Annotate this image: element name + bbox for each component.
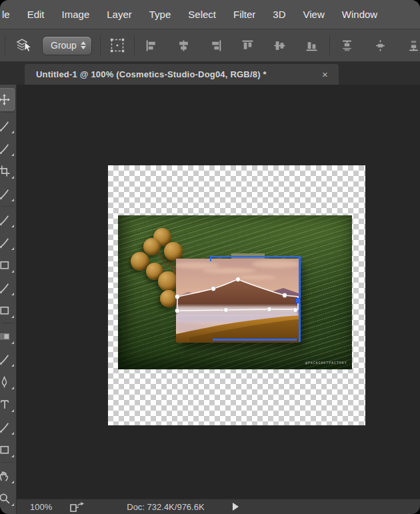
document-canvas-transparency[interactable]: @PACKSHOTFACTORY [108, 165, 365, 425]
tool-flyout-icon [11, 315, 14, 318]
zoom-tool[interactable] [0, 487, 16, 509]
berry [143, 238, 161, 255]
transform-handle[interactable] [295, 298, 301, 303]
distribute-icon-group [341, 39, 420, 52]
banana-leaf-photo-layer[interactable]: @PACKSHOTFACTORY [118, 215, 352, 369]
distribute-top-edges-icon[interactable] [341, 39, 353, 52]
layer-bounds-corner [210, 256, 211, 261]
pen-tool[interactable] [0, 370, 16, 393]
hand-tool[interactable] [0, 464, 16, 487]
landscape-photo-layer[interactable] [176, 259, 299, 343]
align-bottom-edges-icon[interactable] [305, 39, 318, 52]
lasso-tool[interactable] [0, 114, 16, 137]
canvas-area[interactable]: @PACKSHOTFACTORY [17, 85, 420, 499]
tool-flyout-icon [11, 153, 14, 156]
menu-layer[interactable]: Layer [107, 9, 132, 20]
menu-filter[interactable]: Filter [233, 9, 255, 20]
document-tab[interactable]: Untitled-1 @ 100% (Cosmetics-Studio-Dog0… [25, 64, 339, 85]
close-icon[interactable]: × [321, 69, 329, 80]
crop-tool[interactable] [0, 159, 16, 182]
tool-flyout-icon [11, 503, 14, 506]
eraser-tool[interactable] [0, 299, 16, 321]
blur-tool[interactable] [0, 347, 16, 370]
eyedropper-tool[interactable] [0, 182, 16, 205]
auto-select-mode-dropdown[interactable]: Group [42, 36, 92, 55]
menu-select[interactable]: Select [188, 9, 216, 20]
auto-select-mode-value: Group [51, 40, 77, 51]
auto-select-layers-icon[interactable] [15, 37, 33, 54]
berry [164, 242, 183, 261]
clone-stamp-tool[interactable] [0, 253, 16, 276]
status-bar: 100% Doc: 732.4K/976.6K [17, 499, 420, 514]
menu-bar: leEditImageLayerTypeSelectFilter3DViewWi… [0, 0, 420, 29]
tools-panel [0, 85, 17, 514]
move-tool[interactable] [0, 88, 15, 111]
menu-window[interactable]: Window [342, 9, 377, 20]
divider [134, 35, 135, 55]
divider [329, 35, 330, 55]
status-flyout-arrow-icon[interactable] [233, 503, 239, 511]
align-vertical-centers-icon[interactable] [273, 39, 286, 52]
tool-flyout-icon [11, 432, 14, 435]
align-icon-group [145, 39, 318, 52]
type-tool[interactable] [0, 393, 16, 415]
warp-path-overlay [176, 259, 299, 343]
gradient-tool[interactable] [0, 325, 16, 347]
menu-type[interactable]: Type [149, 9, 171, 20]
watermark-text: @PACKSHOTFACTORY [305, 361, 347, 365]
document-tab-title: Untitled-1 @ 100% (Cosmetics-Studio-Dog0… [36, 69, 321, 79]
document-tab-bar: Untitled-1 @ 100% (Cosmetics-Studio-Dog0… [0, 62, 420, 85]
quick-selection-tool[interactable] [0, 137, 16, 159]
berry [158, 271, 178, 291]
dropdown-spinner-icon [81, 41, 86, 49]
berry [160, 290, 177, 307]
tool-flyout-icon [11, 176, 14, 179]
history-brush-tool[interactable] [0, 276, 16, 299]
document-size-info[interactable]: Doc: 732.4K/976.6K [127, 502, 204, 512]
layer-bounds-bottom [213, 339, 297, 341]
menu-image[interactable]: Image [62, 9, 90, 20]
warp-anchor-points[interactable] [175, 277, 298, 313]
tool-flyout-icon [11, 131, 14, 133]
brush-tool[interactable] [0, 231, 16, 253]
spot-healing-brush-tool[interactable] [0, 208, 16, 231]
align-right-edges-icon[interactable] [209, 39, 222, 52]
divider [100, 35, 101, 55]
rectangle-tool[interactable] [0, 438, 16, 461]
tool-flyout-icon [11, 247, 14, 250]
tool-flyout-icon [11, 481, 14, 483]
align-left-edges-icon[interactable] [145, 39, 158, 52]
tool-flyout-icon [11, 364, 14, 367]
menu-file-partial[interactable]: le [2, 9, 10, 20]
tool-flyout-icon [11, 270, 14, 273]
divider [5, 35, 5, 55]
align-horizontal-centers-icon[interactable] [177, 39, 190, 52]
export-icon[interactable] [69, 501, 84, 513]
tool-flyout-icon [11, 409, 14, 412]
photoshop-window: leEditImageLayerTypeSelectFilter3DViewWi… [0, 0, 420, 514]
menu-view[interactable]: View [303, 9, 325, 20]
show-transform-controls-icon[interactable] [109, 37, 125, 53]
tool-flyout-icon [11, 293, 14, 295]
distribute-bottom-edges-icon[interactable] [407, 39, 420, 52]
tool-flyout-icon [11, 455, 14, 457]
tool-flyout-icon [11, 341, 14, 344]
distribute-vertical-centers-icon[interactable] [374, 39, 387, 52]
zoom-level-field[interactable]: 100% [30, 502, 52, 512]
tool-options-bar: Group [0, 29, 420, 62]
tool-flyout-icon [11, 387, 14, 389]
tool-flyout-icon [11, 225, 14, 227]
menu-3d[interactable]: 3D [273, 9, 285, 20]
tool-flyout-icon [11, 199, 14, 201]
path-selection-tool[interactable] [0, 415, 16, 438]
align-top-edges-icon[interactable] [241, 39, 254, 52]
layer-bounds-top [210, 256, 300, 257]
menu-edit[interactable]: Edit [27, 9, 45, 20]
